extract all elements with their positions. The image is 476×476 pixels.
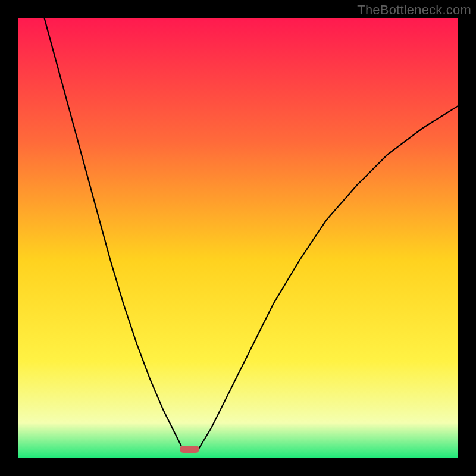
watermark-text: TheBottleneck.com bbox=[357, 2, 471, 18]
right-branch-path bbox=[198, 106, 458, 449]
left-branch-path bbox=[44, 18, 183, 449]
curve-svg bbox=[18, 18, 458, 458]
chart-frame bbox=[18, 18, 458, 458]
bottom-marker bbox=[180, 446, 199, 453]
